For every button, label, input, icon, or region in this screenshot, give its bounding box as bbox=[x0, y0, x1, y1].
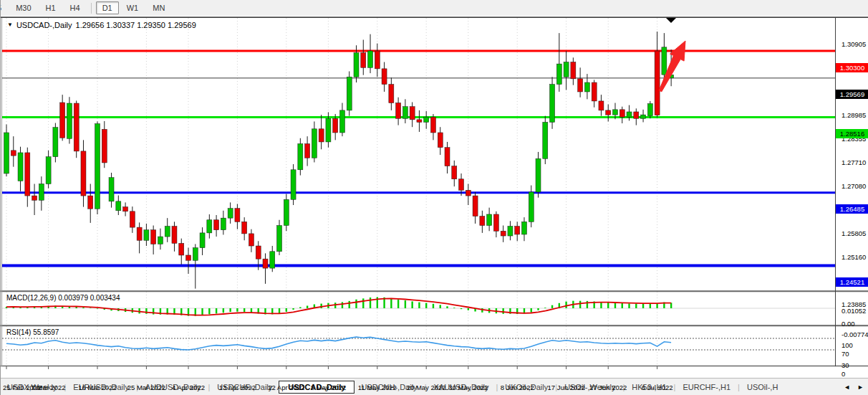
price-level-badge: 1.28516 bbox=[836, 129, 868, 138]
price-tick-label: 1.25805 bbox=[842, 229, 866, 237]
date-tick-label: 16 Mar 2022 bbox=[78, 384, 116, 391]
price-tick-label: 1.27080 bbox=[842, 182, 866, 190]
macd-tick-label: 0.01052 bbox=[842, 307, 866, 315]
timeframe-button-h1[interactable]: H1 bbox=[39, 1, 62, 14]
timeframe-button-5[interactable]: 5 bbox=[1, 1, 8, 14]
date-tick-label: 25 Mar 2022 bbox=[127, 384, 165, 391]
price-tick-label: 1.30905 bbox=[842, 40, 866, 48]
timeframe-button-h4[interactable]: H4 bbox=[64, 1, 87, 14]
chart-window: ▼ USDCAD-,Daily 1.29656 1.30337 1.29350 … bbox=[1, 16, 868, 379]
rsi-tick-label: 30 bbox=[842, 361, 849, 369]
price-level-badge: 1.24521 bbox=[836, 277, 868, 287]
date-tick-label: 20 May 2022 bbox=[407, 384, 446, 391]
timeframe-toolbar: 5M30H1H4D1W1MN bbox=[1, 0, 868, 16]
price-tick-label: 1.27710 bbox=[842, 158, 866, 166]
tab-usoil-h[interactable]: USOil-,H bbox=[741, 381, 784, 394]
rsi-tick-label: 100 bbox=[842, 341, 853, 349]
terminal-window: 5M30H1H4D1W1MN ▼ USDCAD-,Daily 1.29656 1… bbox=[0, 0, 868, 395]
date-tick-label: 30 May 2022 bbox=[448, 384, 488, 391]
timeframe-button-mn[interactable]: MN bbox=[146, 1, 171, 14]
date-tick-label: 2 May 2022 bbox=[311, 384, 347, 391]
date-tick-label: 7 Mar 2022 bbox=[32, 384, 66, 391]
chart-plot-area[interactable] bbox=[2, 18, 835, 366]
date-tick-label: 6 Jul 2022 bbox=[642, 384, 673, 391]
price-tick-label: 1.25160 bbox=[842, 253, 866, 261]
tab-eurchf-h1[interactable]: EURCHF-,H1 bbox=[676, 381, 737, 394]
date-tick-label: 13 Apr 2022 bbox=[219, 384, 256, 391]
price-level-badge: 1.30300 bbox=[836, 63, 868, 72]
tab-scroll-left-icon[interactable]: ◄ bbox=[844, 384, 850, 391]
timeframe-button-d1[interactable]: D1 bbox=[96, 1, 119, 14]
price-level-badge: 1.29569 bbox=[836, 90, 868, 99]
date-tick-label: 11 May 2022 bbox=[358, 384, 397, 391]
date-tick-label: 8 Jun 2022 bbox=[501, 384, 534, 391]
macd-tick-label: -0.007744 bbox=[842, 330, 868, 338]
toolbar-separator bbox=[91, 3, 92, 14]
date-tick-label: 27 Jun 2022 bbox=[589, 384, 627, 391]
date-tick-label: 17 Jun 2022 bbox=[547, 384, 584, 391]
macd-tick-label: 0.00 bbox=[842, 320, 855, 328]
tab-scroll-right-icon[interactable]: ► bbox=[857, 384, 864, 391]
date-tick-label: 4 Apr 2022 bbox=[172, 384, 205, 391]
rsi-tick-label: 0 bbox=[842, 370, 845, 378]
date-tick-label: 22 Apr 2022 bbox=[268, 384, 304, 391]
price-level-badge: 1.26485 bbox=[836, 204, 868, 214]
price-tick-label: 1.28985 bbox=[842, 111, 866, 119]
timeframe-button-m30[interactable]: M30 bbox=[9, 1, 37, 14]
rsi-tick-label: 70 bbox=[842, 350, 849, 358]
tab-scroll-arrows: ◄► bbox=[844, 384, 868, 391]
timeframe-button-w1[interactable]: W1 bbox=[120, 1, 145, 14]
